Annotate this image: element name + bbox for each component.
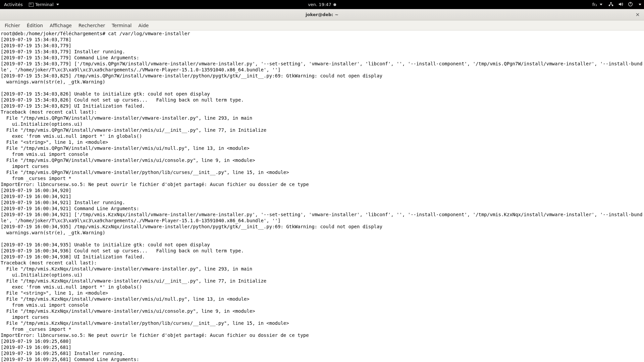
svg-rect-0: [609, 5, 610, 6]
window-close-button[interactable]: ✕: [635, 12, 641, 18]
keyboard-layout-indicator[interactable]: fr₂: [591, 2, 604, 8]
recording-indicator-icon: [333, 3, 336, 6]
menu-file[interactable]: Fichier: [1, 21, 23, 29]
clock-label: ven. 19:47: [308, 2, 331, 7]
menu-view-label: Affichage: [50, 23, 72, 28]
volume-icon[interactable]: [618, 2, 623, 8]
menu-help-label: Aide: [138, 23, 149, 28]
menu-terminal-label: Terminal: [112, 23, 131, 28]
chevron-down-icon: [56, 4, 59, 5]
keyboard-layout-label: fr₂: [592, 2, 597, 7]
svg-rect-4: [630, 2, 631, 4]
network-icon[interactable]: [608, 2, 613, 8]
menu-file-label: Fichier: [5, 23, 20, 28]
menu-terminal[interactable]: Terminal: [108, 21, 135, 29]
menu-help[interactable]: Aide: [135, 21, 152, 29]
app-menu[interactable]: Terminal: [28, 1, 60, 8]
clock-area[interactable]: ven. 19:47: [308, 2, 336, 7]
gnome-topbar: Activités Terminal ven. 19:47 fr₂: [0, 0, 644, 9]
terminal-output[interactable]: root@deb:/home/joker/Téléchargements# ca…: [0, 31, 644, 362]
window-titlebar: joker@deb: ~ ✕: [0, 9, 644, 20]
app-menu-label: Terminal: [35, 2, 54, 7]
menu-view[interactable]: Affichage: [46, 21, 75, 29]
menu-edit[interactable]: Édition: [23, 21, 46, 29]
activities-label: Activités: [4, 2, 23, 7]
window-title: joker@deb: ~: [306, 12, 338, 17]
menu-search[interactable]: Rechercher: [75, 21, 108, 29]
terminal-icon: [29, 3, 34, 7]
power-icon[interactable]: [628, 2, 633, 8]
chevron-down-icon: [600, 4, 602, 5]
svg-rect-2: [610, 2, 612, 3]
close-icon: ✕: [636, 12, 640, 18]
menu-edit-label: Édition: [27, 23, 43, 28]
menu-search-label: Rechercher: [78, 23, 105, 28]
terminal-menubar: Fichier Édition Affichage Rechercher Ter…: [0, 20, 644, 31]
chevron-down-icon: [639, 4, 641, 5]
activities-button[interactable]: Activités: [3, 1, 24, 8]
svg-rect-1: [612, 5, 613, 6]
